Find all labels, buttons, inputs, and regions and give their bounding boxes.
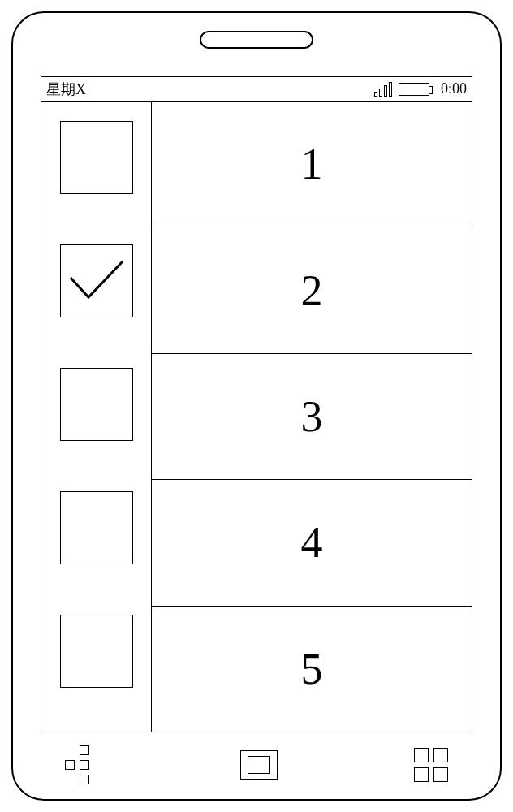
list-label: 2 — [301, 266, 323, 316]
checkbox-4[interactable] — [60, 491, 133, 564]
recent-apps-button[interactable] — [414, 748, 448, 782]
checkmark-icon — [67, 258, 126, 304]
checkbox-3[interactable] — [60, 368, 133, 441]
back-button[interactable] — [65, 745, 104, 784]
screen: 星期X 0:00 1 — [41, 76, 472, 732]
signal-icon — [374, 82, 392, 97]
list-label: 1 — [301, 139, 323, 189]
list-row-2[interactable]: 2 — [152, 227, 472, 353]
list-row-3[interactable]: 3 — [152, 354, 472, 480]
home-button[interactable] — [240, 750, 278, 780]
status-bar: 星期X 0:00 — [41, 77, 472, 102]
checkbox-1[interactable] — [60, 121, 133, 194]
list-label: 4 — [301, 517, 323, 568]
sidebar — [41, 102, 152, 732]
battery-icon — [399, 83, 429, 96]
speaker-slot — [200, 31, 313, 49]
list-row-4[interactable]: 4 — [152, 480, 472, 606]
content-area: 1 2 3 4 5 — [41, 102, 472, 732]
phone-frame: 星期X 0:00 1 — [11, 11, 502, 801]
clock: 0:00 — [441, 80, 467, 97]
checkbox-2[interactable] — [60, 244, 133, 317]
day-label: 星期X — [46, 80, 86, 99]
list-label: 3 — [301, 391, 323, 442]
list: 1 2 3 4 5 — [152, 102, 472, 732]
checkbox-5[interactable] — [60, 615, 133, 688]
nav-bar — [41, 745, 472, 784]
list-label: 5 — [301, 644, 323, 694]
list-row-5[interactable]: 5 — [152, 607, 472, 732]
list-row-1[interactable]: 1 — [152, 102, 472, 227]
